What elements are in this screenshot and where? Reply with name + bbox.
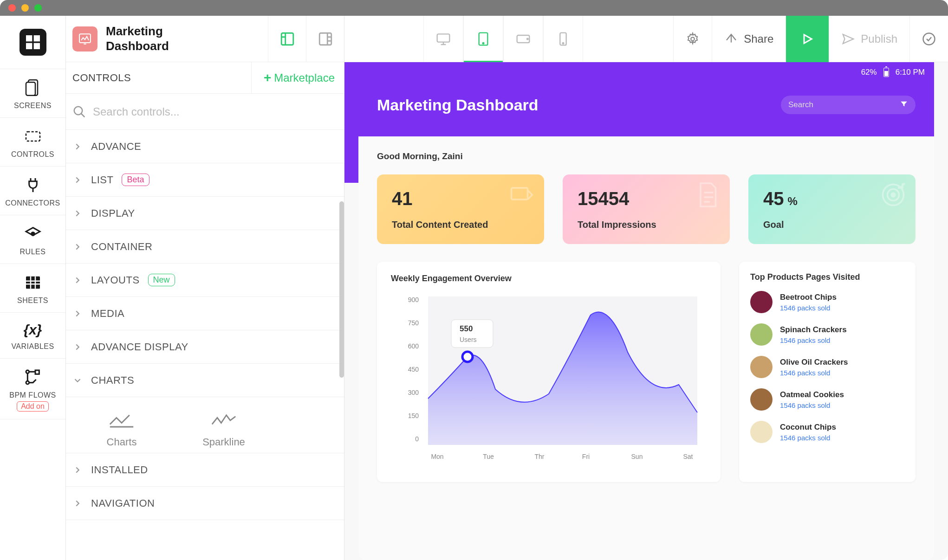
stat-value: 45 xyxy=(763,188,784,209)
category-label: NAVIGATION xyxy=(91,497,155,509)
charts-tile[interactable]: Charts xyxy=(80,411,163,448)
dashboard-search[interactable] xyxy=(781,96,916,114)
share-button[interactable]: Share xyxy=(712,16,786,62)
category-container[interactable]: CONTAINER xyxy=(66,230,344,264)
stat-impressions[interactable]: 15454 Total Impressions xyxy=(563,174,730,244)
panel-scrollbar[interactable] xyxy=(339,201,344,378)
device-tablet-portrait-button[interactable] xyxy=(463,16,503,62)
category-label: DISPLAY xyxy=(91,207,135,219)
stat-label: Goal xyxy=(763,219,901,230)
play-icon xyxy=(801,32,814,45)
product-name: Spinach Crackers xyxy=(780,325,847,335)
svg-text:900: 900 xyxy=(408,296,419,303)
window-close-icon[interactable] xyxy=(8,4,16,12)
list-view-button[interactable] xyxy=(306,16,344,62)
status-check-button[interactable] xyxy=(909,16,948,62)
nav-sheets[interactable]: SHEETS xyxy=(0,264,65,313)
layout-view-button[interactable] xyxy=(268,16,306,62)
filter-icon[interactable] xyxy=(900,100,908,110)
category-list[interactable]: LIST Beta xyxy=(66,163,344,197)
window-minimize-icon[interactable] xyxy=(21,4,29,12)
brand-logo[interactable] xyxy=(0,16,65,69)
nav-rules[interactable]: RULES xyxy=(0,215,65,264)
product-item[interactable]: Spinach Crackers1546 packs sold xyxy=(750,323,904,346)
chart-tooltip: 550 Users xyxy=(451,320,493,348)
new-badge: New xyxy=(148,274,175,286)
svg-text:750: 750 xyxy=(408,319,419,327)
product-image xyxy=(750,323,773,346)
plus-icon: + xyxy=(264,71,271,85)
chart-title: Weekly Engagement Overview xyxy=(391,274,707,283)
device-desktop-button[interactable] xyxy=(423,16,463,62)
gear-icon xyxy=(686,32,700,46)
top-products-card: Top Products Pages Visited Beetroot Chip… xyxy=(739,262,916,482)
search-controls-input[interactable] xyxy=(93,105,338,118)
nav-label: VARIABLES xyxy=(11,342,54,351)
document-icon xyxy=(694,181,721,211)
marketplace-button[interactable]: + Marketplace xyxy=(251,62,344,93)
controls-panel: MarketingDashboard CONTROLS + Marketplac… xyxy=(66,16,344,560)
nav-controls[interactable]: CONTROLS xyxy=(0,118,65,167)
chevron-right-icon xyxy=(72,275,83,285)
settings-button[interactable] xyxy=(673,16,712,62)
stat-content-created[interactable]: 41 Total Content Created xyxy=(377,174,544,244)
engagement-chart[interactable]: 9007506004503001500 550 Users xyxy=(391,292,707,468)
sparkline-tile[interactable]: Sparkline xyxy=(182,411,266,448)
chevron-right-icon xyxy=(72,208,83,219)
nav-label: CONTROLS xyxy=(11,150,54,159)
category-media[interactable]: MEDIA xyxy=(66,297,344,330)
stat-goal[interactable]: 45% Goal xyxy=(748,174,916,244)
nav-label: CONNECTORS xyxy=(5,199,60,207)
svg-rect-8 xyxy=(26,277,40,289)
svg-rect-13 xyxy=(281,33,293,45)
svg-rect-5 xyxy=(26,82,35,95)
category-advance[interactable]: ADVANCE xyxy=(66,130,344,163)
categories-list: ADVANCE LIST Beta DISPLAY CONTAINER xyxy=(66,130,344,560)
svg-point-11 xyxy=(26,381,29,384)
device-mobile-button[interactable] xyxy=(543,16,583,62)
product-sales: 1546 packs sold xyxy=(780,369,848,377)
chevron-right-icon xyxy=(72,465,83,475)
svg-point-15 xyxy=(74,106,83,115)
nav-label: SCREENS xyxy=(14,102,52,110)
product-image xyxy=(750,388,773,411)
share-icon xyxy=(724,32,738,46)
svg-rect-2 xyxy=(26,43,32,49)
product-name: Coconut Chips xyxy=(780,423,836,432)
product-item[interactable]: Coconut Chips1546 packs sold xyxy=(750,421,904,443)
dashboard-search-input[interactable] xyxy=(788,100,893,109)
nav-connectors[interactable]: CONNECTORS xyxy=(0,167,65,215)
stat-unit: % xyxy=(788,195,798,208)
beta-badge: Beta xyxy=(122,174,149,186)
product-item[interactable]: Oatmeal Cookies1546 packs sold xyxy=(750,388,904,411)
svg-point-24 xyxy=(923,33,935,45)
publish-button[interactable]: Publish xyxy=(829,16,909,62)
device-tablet-landscape-button[interactable] xyxy=(503,16,543,62)
category-advance-display[interactable]: ADVANCE DISPLAY xyxy=(66,330,344,364)
category-charts[interactable]: CHARTS xyxy=(66,364,344,397)
category-installed[interactable]: INSTALLED xyxy=(66,453,344,487)
nav-screens[interactable]: SCREENS xyxy=(0,69,65,118)
category-navigation[interactable]: NAVIGATION xyxy=(66,487,344,520)
product-item[interactable]: Olive Oil Crackers1546 packs sold xyxy=(750,356,904,378)
category-display[interactable]: DISPLAY xyxy=(66,197,344,230)
stat-label: Total Impressions xyxy=(578,219,715,230)
window-maximize-icon[interactable] xyxy=(34,4,42,12)
tile-label: Sparkline xyxy=(202,436,245,448)
nav-label: BPM FLOWS xyxy=(9,391,56,399)
addon-badge: Add on xyxy=(17,401,49,412)
play-button[interactable] xyxy=(786,16,829,62)
products-title: Top Products Pages Visited xyxy=(750,272,904,283)
nav-bpm-flows[interactable]: BPM FLOWS Add on xyxy=(0,359,65,419)
category-label: CHARTS xyxy=(91,374,134,386)
product-item[interactable]: Beetroot Chips1546 packs sold xyxy=(750,291,904,313)
svg-text:450: 450 xyxy=(408,366,419,373)
chevron-right-icon xyxy=(72,342,83,352)
chevron-right-icon xyxy=(72,309,83,319)
category-layouts[interactable]: LAYOUTS New xyxy=(66,264,344,297)
dashboard-title: Marketing Dashboard xyxy=(377,96,781,114)
nav-variables[interactable]: {x} VARIABLES xyxy=(0,313,65,359)
svg-rect-10 xyxy=(35,370,39,374)
svg-text:Sun: Sun xyxy=(631,453,643,460)
publish-label: Publish xyxy=(861,32,897,45)
